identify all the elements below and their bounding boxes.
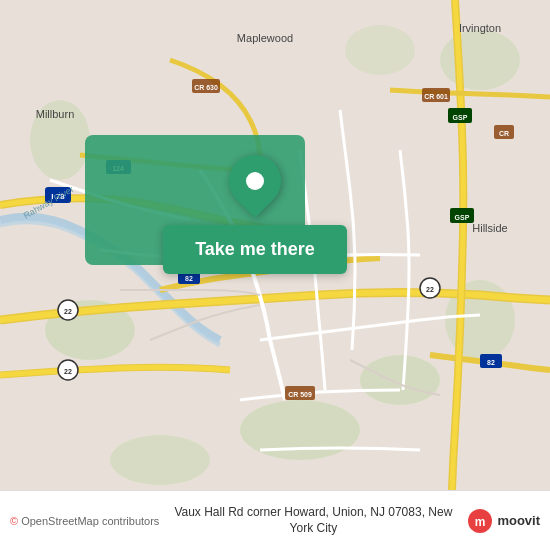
svg-point-6 [440, 30, 520, 90]
svg-text:m: m [475, 515, 486, 529]
svg-text:CR: CR [499, 130, 509, 137]
moovit-logo-icon: m [467, 508, 493, 534]
svg-text:Maplewood: Maplewood [237, 32, 293, 44]
svg-text:CR 509: CR 509 [288, 391, 312, 398]
svg-text:CR 601: CR 601 [424, 93, 448, 100]
moovit-brand-text: moovit [497, 513, 540, 528]
moovit-branding: m moovit [467, 508, 540, 534]
svg-text:82: 82 [185, 275, 193, 282]
svg-point-7 [345, 25, 415, 75]
navigation-button-overlay: Take me there [145, 155, 365, 274]
map-container: I 78 22 22 22 82 82 124 CR 630 CR 601 CR… [0, 0, 550, 490]
svg-text:GSP: GSP [453, 114, 468, 121]
svg-text:Irvington: Irvington [459, 22, 501, 34]
svg-text:82: 82 [487, 359, 495, 366]
svg-text:CR 630: CR 630 [194, 84, 218, 91]
svg-point-3 [240, 400, 360, 460]
svg-text:Hillside: Hillside [472, 222, 507, 234]
take-me-there-button[interactable]: Take me there [163, 225, 347, 274]
svg-text:Millburn: Millburn [36, 108, 75, 120]
svg-text:22: 22 [64, 308, 72, 315]
address-bar: © OpenStreetMap contributors Vaux Hall R… [0, 490, 550, 550]
svg-text:GSP: GSP [455, 214, 470, 221]
svg-text:22: 22 [426, 286, 434, 293]
location-pin [218, 144, 292, 218]
svg-point-2 [360, 355, 440, 405]
svg-point-5 [110, 435, 210, 485]
location-pin-dot [246, 172, 264, 190]
address-label: Vaux Hall Rd corner Howard, Union, NJ 07… [167, 505, 459, 536]
svg-text:22: 22 [64, 368, 72, 375]
osm-attribution-bottom: © OpenStreetMap contributors [10, 515, 159, 527]
